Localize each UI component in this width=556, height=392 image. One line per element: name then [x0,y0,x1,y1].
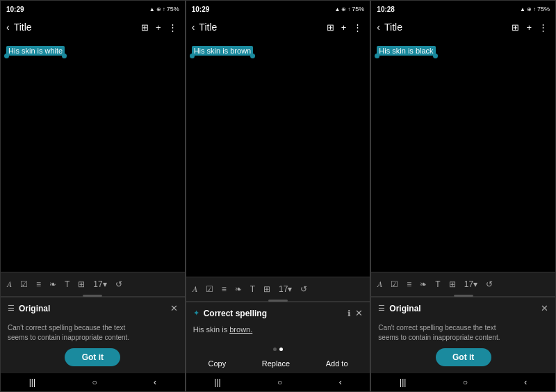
back-nav-middle[interactable]: ‹ [339,377,342,387]
dot-1-middle [273,348,277,351]
panel-close-right[interactable]: ✕ [541,303,548,313]
toolbar-lines-right[interactable]: ≡ [404,278,414,291]
panel-header-middle: ✦ Correct spelling ℹ ✕ [186,302,370,321]
system-nav-middle: ||| ○ ‹ [186,373,370,391]
status-bar-middle: 10:29 ▲ ⊕ ↑ 75% [186,1,370,16]
more-icon-middle[interactable]: ⋮ [351,22,364,33]
toolbar-undo-middle[interactable]: ↺ [298,283,309,295]
recent-icon-left[interactable]: ||| [29,377,35,387]
home-icon-left[interactable]: ○ [92,377,97,387]
toolbar-t-right[interactable]: T [433,278,442,291]
toolbar-t-left[interactable]: T [63,278,72,291]
panel-body-middle: His skin is brown. [186,321,370,345]
add-icon-left[interactable]: + [154,22,163,33]
panel-info-middle: ℹ [348,309,351,318]
toolbar-grid-middle[interactable]: ⊞ [261,283,272,295]
got-it-button-left[interactable]: Got it [65,348,120,366]
content-area-left: His skin is white [1,38,185,272]
status-bar-left: 10:29 ▲ ⊕ ↑ 75% [1,1,185,16]
toolbar-undo-left[interactable]: ↺ [113,278,124,291]
replace-button-middle[interactable]: Replace [262,359,290,368]
toolbar-undo-right[interactable]: ↺ [484,278,495,291]
recent-icon-middle[interactable]: ||| [214,377,220,387]
panel-icon-middle: ✦ [193,309,199,318]
data-icon-middle: ↑ [348,6,350,13]
back-button-middle[interactable]: ‹ [192,22,195,33]
copy-button-middle[interactable]: Copy [208,359,226,368]
toolbar-handle-middle [268,300,288,302]
more-icon-right[interactable]: ⋮ [537,22,550,33]
book-icon-middle[interactable]: ⊞ [325,22,336,33]
got-it-button-right[interactable]: Got it [436,348,491,366]
time-middle: 10:29 [192,6,210,13]
status-bar-right: 10:28 ▲ ⊕ ↑ 75% [371,1,555,16]
toolbar-grid-right[interactable]: ⊞ [447,278,458,291]
add-icon-right[interactable]: + [524,22,534,33]
preview-text-middle: His skin is brown. [193,325,363,334]
wifi-icon-right: ⊕ [527,6,532,13]
panel-icon-right: ☰ [378,304,385,313]
status-icons-middle: ▲ ⊕ ↑ 75% [334,6,364,13]
bottom-panel-middle: ✦ Correct spelling ℹ ✕ His skin is brown… [186,302,370,373]
toolbar-size-middle[interactable]: 17▾ [277,283,294,295]
content-area-middle: His skin is brown [186,38,370,277]
toolbar-a-middle[interactable]: 𝐴 [190,283,199,295]
toolbar-left: 𝐴 ☑ ≡ ❧ T ⊞ 17▾ ↺ [1,272,185,297]
back-nav-left[interactable]: ‹ [154,377,156,387]
toolbar-t-middle[interactable]: T [248,283,257,295]
toolbar-paint-right[interactable]: ❧ [418,278,429,291]
toolbar-lines-left[interactable]: ≡ [34,278,43,291]
error-text-left: Can't correct spelling because the texts… [8,323,178,343]
wifi-icon-middle: ⊕ [341,6,346,13]
recent-icon-right[interactable]: ||| [400,377,406,387]
toolbar-check-right[interactable]: ☑ [389,278,400,291]
toolbar-check-middle[interactable]: ☑ [204,283,215,295]
home-icon-middle[interactable]: ○ [277,377,282,387]
add-icon-middle[interactable]: + [339,22,349,33]
back-nav-right[interactable]: ‹ [524,377,527,387]
battery-left: 75% [167,6,179,13]
cursor-left-right [375,54,379,58]
toolbar-a-right[interactable]: 𝐴 [375,278,384,291]
panel-body-left: Can't correct spelling because the texts… [1,316,185,373]
wifi-icon-left: ⊕ [156,6,161,13]
cursor-right-right [433,54,438,58]
nav-title-middle: Title [199,22,321,33]
more-icon-left[interactable]: ⋮ [166,22,179,33]
time-right: 10:28 [377,6,395,13]
addto-button-middle[interactable]: Add to [326,359,348,368]
content-area-right: His skin is black [371,38,555,272]
status-icons-left: ▲ ⊕ ↑ 75% [149,6,179,13]
cursor-left-left [4,54,9,58]
toolbar-size-left[interactable]: 17▾ [91,278,108,291]
status-icons-right: ▲ ⊕ ↑ 75% [520,6,550,13]
book-icon-left[interactable]: ⊞ [139,22,151,33]
toolbar-size-right[interactable]: 17▾ [462,278,480,291]
system-nav-left: ||| ○ ‹ [1,373,185,391]
home-icon-right[interactable]: ○ [463,377,468,387]
back-button-right[interactable]: ‹ [377,22,380,33]
signal-icon-right: ▲ [520,6,525,13]
data-icon-right: ↑ [533,6,536,13]
panel-close-middle[interactable]: ✕ [355,308,363,318]
highlighted-text-right: His skin is black [377,46,435,56]
book-icon-right[interactable]: ⊞ [509,22,521,33]
toolbar-middle: 𝐴 ☑ ≡ ❧ T ⊞ 17▾ ↺ [186,277,370,302]
cursor-left-middle [190,54,195,58]
back-button-left[interactable]: ‹ [6,22,10,33]
toolbar-grid-left[interactable]: ⊞ [76,278,87,291]
toolbar-paint-left[interactable]: ❧ [47,278,58,291]
panel-header-right: ☰ Original ✕ [371,297,555,316]
toolbar-check-left[interactable]: ☑ [18,278,30,291]
toolbar-a-left[interactable]: 𝐴 [5,278,14,291]
highlighted-text-middle: His skin is brown [192,46,254,56]
panel-header-left: ☰ Original ✕ [1,297,185,316]
panel-close-left[interactable]: ✕ [170,303,178,313]
bottom-panel-left: ☰ Original ✕ Can't correct spelling beca… [1,297,185,373]
toolbar-paint-middle[interactable]: ❧ [233,283,244,295]
toolbar-right: 𝐴 ☑ ≡ ❧ T ⊞ 17▾ ↺ [371,272,555,297]
toolbar-lines-middle[interactable]: ≡ [220,283,229,295]
dot-2-middle [279,348,283,351]
bottom-panel-right: ☰ Original ✕ Can't correct spelling beca… [371,297,555,373]
cursor-right-middle [250,54,255,58]
